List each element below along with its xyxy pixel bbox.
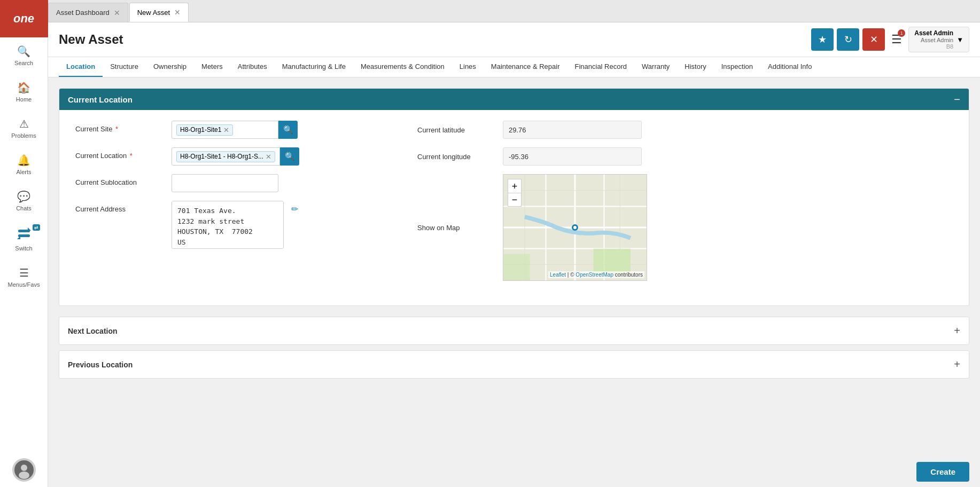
current-location-tag-value: H8-Org1-Site1 - H8-Org1-S...: [180, 153, 263, 160]
app-logo[interactable]: one: [0, 0, 48, 37]
search-icon-location: 🔍: [285, 152, 295, 161]
svg-point-21: [573, 226, 577, 229]
search-icon: 🔍: [17, 45, 30, 58]
nav-tab-attributes[interactable]: Attributes: [230, 57, 275, 77]
create-button[interactable]: Create: [916, 462, 969, 482]
content-area: Location Structure Ownership Meters Attr…: [48, 57, 980, 487]
zoom-out-button[interactable]: −: [508, 193, 522, 207]
next-location-title: Next Location: [68, 327, 118, 335]
zoom-in-button[interactable]: +: [508, 179, 522, 193]
user-role: Asset Admin: [914, 37, 953, 43]
user-selector[interactable]: Asset Admin Asset Admin B8 ▼: [908, 27, 969, 52]
nav-tab-history[interactable]: History: [677, 57, 713, 77]
favorite-button[interactable]: ★: [811, 28, 834, 51]
refresh-button[interactable]: ↻: [837, 28, 859, 51]
current-site-remove[interactable]: ✕: [223, 126, 229, 134]
label-show-on-map: Show on Map: [417, 224, 503, 232]
current-location-remove[interactable]: ✕: [266, 153, 271, 161]
sidebar-item-home[interactable]: 🏠 Home: [0, 74, 48, 110]
search-icon-site: 🔍: [283, 125, 293, 135]
menu-icon: ☰: [19, 266, 29, 279]
address-field[interactable]: [172, 201, 284, 249]
next-location-header[interactable]: Next Location +: [59, 317, 969, 344]
menu-button[interactable]: ☰ 1: [888, 29, 905, 50]
create-label: Create: [930, 467, 955, 476]
nav-tab-structure[interactable]: Structure: [103, 57, 146, 77]
nav-tab-ownership[interactable]: Ownership: [146, 57, 194, 77]
form-two-col: Current Site * H8-Org1-Site1 ✕: [75, 121, 953, 289]
panel-collapse-button[interactable]: −: [954, 94, 960, 105]
nav-tab-inspection[interactable]: Inspection: [714, 57, 760, 77]
nav-tab-lines[interactable]: Lines: [452, 57, 484, 77]
user-info: Asset Admin Asset Admin B8: [914, 29, 953, 50]
sublocation-input[interactable]: [172, 174, 278, 192]
current-site-search-button[interactable]: 🔍: [278, 121, 298, 139]
form-col-left: Current Site * H8-Org1-Site1 ✕: [75, 121, 396, 289]
label-address: Current Address: [75, 201, 172, 213]
sidebar-item-switch[interactable]: Switch ⇄: [0, 219, 48, 259]
logo-text: one: [13, 12, 34, 26]
current-location-panel: Current Location − Current Site *: [59, 88, 969, 306]
nav-tab-location[interactable]: Location: [59, 57, 103, 77]
panel-body-current-location: Current Site * H8-Org1-Site1 ✕: [59, 110, 969, 305]
nav-tab-additional[interactable]: Additional Info: [760, 57, 819, 77]
required-star-location: *: [130, 152, 133, 160]
sidebar-label-alerts: Alerts: [16, 169, 31, 175]
longitude-input[interactable]: [503, 147, 642, 166]
address-edit-button[interactable]: ✏: [287, 201, 302, 217]
current-site-tag-value: H8-Org1-Site1: [180, 126, 221, 133]
svg-point-5: [21, 465, 27, 471]
svg-rect-19: [503, 254, 530, 281]
map-svg: [503, 175, 647, 280]
current-location-tag: H8-Org1-Site1 - H8-Org1-S... ✕: [176, 151, 275, 162]
nav-tab-meters[interactable]: Meters: [194, 57, 230, 77]
latitude-input[interactable]: [503, 121, 642, 139]
nav-tab-maintenance[interactable]: Maintenance & Repair: [484, 57, 567, 77]
map-container: + − Leaflet | © OpenStreetMap contributo…: [503, 174, 647, 281]
previous-location-header[interactable]: Previous Location +: [59, 351, 969, 378]
form-row-current-site: Current Site * H8-Org1-Site1 ✕: [75, 121, 396, 139]
close-button[interactable]: ✕: [862, 28, 885, 51]
tab-bar: Asset Dashboard ✕ New Asset ✕: [48, 0, 980, 22]
nav-tab-measurements[interactable]: Measurements & Condition: [353, 57, 452, 77]
sidebar-item-menus[interactable]: ☰ Menus/Favs: [0, 259, 48, 295]
sidebar: one 🔍 Search 🏠 Home ⚠ Problems 🔔 Alerts …: [0, 0, 48, 487]
home-icon: 🏠: [17, 81, 30, 94]
map-credit: Leaflet | © OpenStreetMap contributors: [548, 271, 644, 278]
osm-link[interactable]: OpenStreetMap: [575, 272, 613, 278]
tab-asset-dashboard[interactable]: Asset Dashboard ✕: [48, 3, 128, 22]
sidebar-item-chats[interactable]: 💬 Chats: [0, 183, 48, 219]
footer-bar: Create: [906, 457, 980, 487]
sidebar-item-problems[interactable]: ⚠ Problems: [0, 110, 48, 146]
user-code: B8: [914, 43, 953, 50]
sidebar-label-home: Home: [16, 96, 32, 103]
previous-location-section: Previous Location +: [59, 350, 969, 379]
next-location-expand-icon: +: [954, 325, 960, 337]
tab-close-new-asset[interactable]: ✕: [174, 9, 181, 16]
sidebar-item-search[interactable]: 🔍 Search: [0, 37, 48, 74]
nav-tab-manufacturing[interactable]: Manufacturing & Life: [275, 57, 353, 77]
header-actions: ★ ↻ ✕ ☰ 1 Asset Admin Asset Admin B8 ▼: [811, 27, 969, 52]
chat-icon: 💬: [17, 190, 30, 203]
current-location-input-group: H8-Org1-Site1 - H8-Org1-S... ✕ 🔍: [172, 147, 299, 166]
previous-location-expand-icon: +: [954, 358, 960, 371]
panel-title-current-location: Current Location: [68, 95, 133, 104]
tab-new-asset[interactable]: New Asset ✕: [129, 3, 189, 22]
tab-close-asset-dashboard[interactable]: ✕: [114, 9, 120, 17]
nav-tab-financial[interactable]: Financial Record: [567, 57, 634, 77]
nav-tab-warranty[interactable]: Warranty: [634, 57, 677, 77]
sidebar-label-menus: Menus/Favs: [8, 281, 40, 288]
form-row-map: Show on Map: [417, 174, 953, 281]
current-site-tag-input[interactable]: H8-Org1-Site1 ✕: [172, 121, 278, 139]
avatar[interactable]: [12, 458, 36, 482]
leaflet-link[interactable]: Leaflet: [550, 272, 566, 278]
sidebar-item-alerts[interactable]: 🔔 Alerts: [0, 146, 48, 183]
map-credit-separator: | ©: [567, 272, 576, 278]
current-location-search-button[interactable]: 🔍: [280, 147, 299, 166]
label-current-site: Current Site *: [75, 121, 172, 133]
edit-icon: ✏: [291, 205, 298, 214]
user-name: Asset Admin: [914, 29, 953, 37]
form-col-right: Current latitude Current longitude Show …: [396, 121, 953, 289]
form-row-sublocation: Current Sublocation: [75, 174, 396, 192]
current-location-tag-input[interactable]: H8-Org1-Site1 - H8-Org1-S... ✕: [172, 147, 280, 166]
